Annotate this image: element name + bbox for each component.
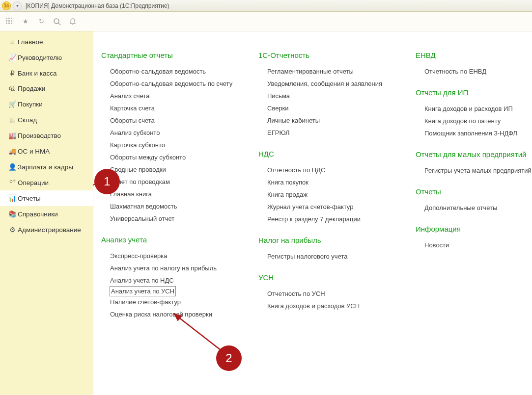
report-link[interactable]: Личные кабинеты bbox=[267, 114, 391, 127]
report-link[interactable]: Книга покупок bbox=[267, 176, 391, 188]
report-link[interactable]: Анализ учета по НДС bbox=[110, 274, 234, 287]
content-column: Стандартные отчетыОборотно-сальдовая вед… bbox=[101, 51, 234, 320]
sidebar-item-label: Справочники bbox=[18, 211, 58, 218]
report-link[interactable]: Отчетность по УСН bbox=[267, 288, 391, 300]
sidebar-item-manager[interactable]: 📈Руководителю bbox=[0, 50, 93, 65]
report-link[interactable]: Книга доходов и расходов ИП bbox=[424, 103, 532, 115]
report-link[interactable]: Оценка риска налоговой проверки bbox=[110, 308, 234, 320]
report-link[interactable]: Анализ учета по УСН bbox=[110, 287, 175, 296]
books-icon: 📚 bbox=[7, 210, 18, 218]
report-link[interactable]: Главная книга bbox=[110, 188, 234, 200]
annotation-marker-2: 2 bbox=[216, 345, 242, 371]
sidebar-item-label: Главное bbox=[18, 38, 43, 46]
svg-point-9 bbox=[54, 19, 59, 24]
section-title: 1С-Отчетность bbox=[258, 51, 391, 59]
sidebar-item-label: Продажи bbox=[18, 85, 45, 92]
sidebar-item-hr[interactable]: 👤Зарплата и кадры bbox=[0, 159, 93, 175]
history-icon[interactable]: ↻ bbox=[34, 15, 48, 28]
app-icon: 1c bbox=[2, 1, 11, 10]
report-link[interactable]: Наличие счетов-фактур bbox=[110, 296, 234, 308]
report-link[interactable]: Реестр к разделу 7 декларации bbox=[267, 213, 391, 225]
sidebar-item-ops[interactable]: ᴰᵀОперации bbox=[0, 175, 93, 190]
report-link[interactable]: Карточка субконто bbox=[110, 139, 234, 151]
sidebar-item-reports[interactable]: 📊Отчеты bbox=[0, 190, 93, 206]
section-title: НДС bbox=[258, 150, 391, 158]
report-link[interactable]: Анализ счета bbox=[110, 90, 234, 102]
favorite-star-icon[interactable]: ★ bbox=[19, 15, 32, 28]
toolbar: ★ ↻ bbox=[0, 12, 532, 31]
link-list: Оборотно-сальдовая ведомостьОборотно-сал… bbox=[101, 65, 234, 225]
sidebar-item-bank[interactable]: ₽Банк и касса bbox=[0, 65, 93, 81]
report-link[interactable]: Дополнительные отчеты bbox=[424, 202, 532, 214]
report-link[interactable]: Обороты счета bbox=[110, 114, 234, 127]
link-list: Новости bbox=[416, 239, 532, 251]
link-list: Дополнительные отчеты bbox=[416, 202, 532, 214]
link-list: Регистры учета малых предприятий bbox=[416, 164, 532, 177]
report-link[interactable]: Сверки bbox=[267, 102, 391, 114]
report-link[interactable]: Отчетность по ЕНВД bbox=[424, 65, 532, 78]
sidebar-item-prod[interactable]: 🏭Производство bbox=[0, 128, 93, 143]
svg-rect-8 bbox=[11, 23, 12, 24]
section-title: Стандартные отчеты bbox=[101, 51, 234, 59]
dropdown-icon[interactable]: ▾ bbox=[13, 1, 22, 10]
report-link[interactable]: Анализ субконто bbox=[110, 127, 234, 139]
bell-icon[interactable] bbox=[66, 15, 80, 28]
report-link[interactable]: Универсальный отчет bbox=[110, 212, 234, 225]
report-link[interactable]: Журнал учета счетов-фактур bbox=[267, 201, 391, 213]
sidebar: ≡Главное📈Руководителю₽Банк и касса🛍Прода… bbox=[0, 31, 93, 395]
report-link[interactable]: Оборотно-сальдовая ведомость по счету bbox=[110, 78, 234, 90]
report-link[interactable]: Письма bbox=[267, 90, 391, 102]
person-icon: 👤 bbox=[7, 163, 18, 171]
apps-grid-icon[interactable] bbox=[3, 15, 17, 28]
report-link[interactable]: Регламентированные отчеты bbox=[267, 65, 391, 78]
sidebar-item-refs[interactable]: 📚Справочники bbox=[0, 206, 93, 222]
report-link[interactable]: Сводные проводки bbox=[110, 163, 234, 176]
link-list: Отчетность по НДСКнига покупокКнига прод… bbox=[258, 164, 391, 225]
section-title: УСН bbox=[258, 273, 391, 282]
report-link[interactable]: Анализ учета по налогу на прибыль bbox=[110, 262, 234, 274]
sidebar-item-label: Производство bbox=[18, 132, 61, 139]
factory-icon: 🏭 bbox=[7, 132, 18, 139]
report-link[interactable]: ЕГРЮЛ bbox=[267, 127, 391, 139]
sidebar-item-label: Склад bbox=[18, 116, 37, 124]
window-titlebar: 1c ▾ [КОПИЯ] Демонстрационная база (1С:П… bbox=[0, 0, 532, 12]
report-link[interactable]: Помощник заполнения 3-НДФЛ bbox=[424, 127, 532, 139]
report-link[interactable]: Оборотно-сальдовая ведомость bbox=[110, 65, 234, 78]
sidebar-item-stock[interactable]: ▦Склад bbox=[0, 112, 93, 128]
link-list: Отчетность по УСНКнига доходов и расходо… bbox=[258, 288, 391, 312]
sidebar-item-label: Зарплата и кадры bbox=[18, 163, 73, 171]
content-area: Стандартные отчетыОборотно-сальдовая вед… bbox=[93, 31, 532, 395]
chart-up-icon: 📈 bbox=[7, 53, 18, 61]
ruble-icon: ₽ bbox=[7, 69, 18, 77]
sidebar-item-admin[interactable]: ⚙Администрирование bbox=[0, 222, 93, 237]
report-link[interactable]: Книга доходов по патенту bbox=[424, 115, 532, 127]
sidebar-item-purch[interactable]: 🛒Покупки bbox=[0, 96, 93, 112]
sidebar-item-label: Банк и касса bbox=[18, 70, 57, 77]
report-link[interactable]: Обороты между субконто bbox=[110, 151, 234, 163]
report-link[interactable]: Регистры налогового учета bbox=[267, 250, 391, 263]
sidebar-item-assets[interactable]: 🚚ОС и НМА bbox=[0, 143, 93, 159]
report-link[interactable]: Отчет по проводкам bbox=[110, 176, 234, 188]
link-list: Книга доходов и расходов ИПКнига доходов… bbox=[416, 103, 532, 139]
sidebar-item-sales[interactable]: 🛍Продажи bbox=[0, 81, 93, 96]
report-link[interactable]: Книга доходов и расходов УСН bbox=[267, 300, 391, 312]
report-link[interactable]: Шахматная ведомость bbox=[110, 200, 234, 212]
sidebar-item-main[interactable]: ≡Главное bbox=[0, 34, 93, 50]
link-list: Экспресс-проверкаАнализ учета по налогу … bbox=[101, 250, 234, 320]
report-link[interactable]: Карточка счета bbox=[110, 102, 234, 114]
sidebar-item-label: Отчеты bbox=[18, 195, 41, 202]
system-icons: 1c ▾ bbox=[2, 1, 22, 10]
report-link[interactable]: Уведомления, сообщения и заявления bbox=[267, 78, 391, 90]
window-title: [КОПИЯ] Демонстрационная база (1С:Предпр… bbox=[26, 2, 169, 9]
section-title: Налог на прибыль bbox=[258, 236, 391, 244]
report-link[interactable]: Экспресс-проверка bbox=[110, 250, 234, 262]
svg-rect-6 bbox=[6, 23, 7, 24]
report-link[interactable]: Регистры учета малых предприятий bbox=[424, 164, 532, 177]
report-link[interactable]: Книга продаж bbox=[267, 188, 391, 201]
sidebar-item-label: Операции bbox=[18, 179, 49, 186]
search-icon[interactable] bbox=[50, 15, 64, 28]
section-title: Информация bbox=[416, 225, 532, 233]
bag-icon: 🛍 bbox=[7, 85, 18, 92]
report-link[interactable]: Новости bbox=[424, 239, 532, 251]
report-link[interactable]: Отчетность по НДС bbox=[267, 164, 391, 176]
